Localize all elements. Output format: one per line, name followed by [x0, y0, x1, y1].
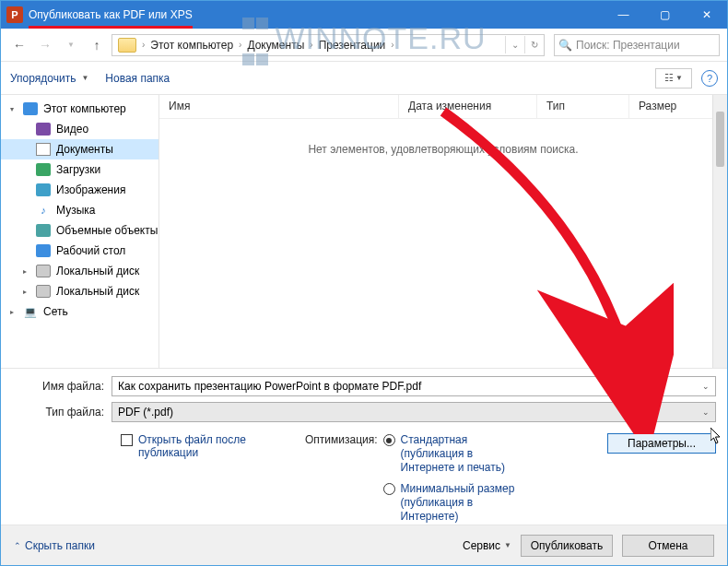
breadcrumb[interactable]: › Этот компьютер› Документы› Презентации…: [112, 34, 545, 56]
save-form: Имя файла: Как сохранить презентацию Pow…: [1, 368, 727, 529]
titlebar: P Опубликовать как PDF или XPS ― ▢ ✕: [1, 1, 727, 29]
navigation-tree: Этот компьютерВидеоДокументыЗагрузкиИзоб…: [1, 95, 159, 368]
radio-minimal-label: Минимальный размер (публикация в Интерне…: [401, 482, 530, 524]
radio-standard-label: Стандартная (публикация в Интернете и пе…: [401, 433, 511, 475]
empty-message: Нет элементов, удовлетворяющих условиям …: [159, 143, 727, 156]
new-folder-button[interactable]: Новая папка: [105, 72, 170, 85]
view-mode-button[interactable]: ☷ ▼: [655, 68, 692, 88]
tree-item-label: Видео: [56, 123, 88, 136]
file-list-pane: Имя Дата изменения Тип Размер Нет элемен…: [159, 95, 727, 368]
window-title: Опубликовать как PDF или XPS: [29, 8, 603, 21]
tree-item-label: Локальный диск: [56, 285, 139, 298]
checkbox-icon: [121, 434, 133, 446]
tree-item-2[interactable]: Документы: [1, 139, 159, 159]
refresh-button[interactable]: ↻: [524, 36, 544, 53]
crumb-pc[interactable]: Этот компьютер: [147, 39, 237, 52]
toolbar: Упорядочить▼ Новая папка ☷ ▼ ?: [1, 62, 727, 95]
down-icon: [36, 163, 51, 176]
close-button[interactable]: ✕: [686, 1, 727, 29]
tree-item-1[interactable]: Видео: [1, 119, 159, 139]
optimization-label: Оптимизация:: [305, 433, 378, 524]
tree-item-label: Музыка: [56, 204, 95, 217]
forward-button[interactable]: →: [34, 34, 56, 56]
tree-item-label: Локальный диск: [56, 265, 139, 277]
chevron-up-icon: ⌃: [14, 541, 21, 550]
disk-icon: [36, 285, 51, 298]
navigation-bar: ← → ▼ ↑ › Этот компьютер› Документы› Пре…: [1, 29, 727, 62]
tree-item-label: Изображения: [56, 183, 125, 196]
tree-item-7[interactable]: Рабочий стол: [1, 241, 159, 261]
tools-menu[interactable]: Сервис ▼: [463, 539, 511, 552]
tree-item-label: Документы: [56, 143, 113, 156]
desk-icon: [36, 244, 51, 257]
video-icon: [36, 123, 51, 136]
music-icon: ♪: [36, 204, 51, 217]
maximize-button[interactable]: ▢: [644, 1, 686, 29]
footer: ⌃ Скрыть папки Сервис ▼ Опубликовать Отм…: [1, 525, 727, 565]
tree-item-label: Рабочий стол: [56, 244, 125, 257]
column-modified[interactable]: Дата изменения: [399, 95, 537, 118]
filetype-label: Тип файла:: [12, 406, 112, 419]
powerpoint-icon: P: [6, 6, 23, 23]
column-headers: Имя Дата изменения Тип Размер: [159, 95, 727, 119]
tree-item-8[interactable]: Локальный диск: [1, 261, 159, 281]
help-icon[interactable]: ?: [701, 70, 718, 87]
tree-item-4[interactable]: Изображения: [1, 180, 159, 200]
scrollbar-vertical[interactable]: [712, 95, 727, 368]
radio-icon: [383, 483, 395, 495]
tree-item-5[interactable]: ♪Музыка: [1, 200, 159, 220]
tree-item-6[interactable]: Объемные объекты: [1, 220, 159, 241]
img-icon: [36, 183, 51, 196]
tree-item-9[interactable]: Локальный диск: [1, 281, 159, 301]
crumb-presentations[interactable]: Презентации: [315, 39, 390, 52]
radio-minimal[interactable]: Минимальный размер (публикация в Интерне…: [383, 482, 530, 524]
filetype-select[interactable]: PDF (*.pdf)⌄: [112, 402, 716, 422]
pc-icon: [23, 102, 38, 115]
up-button[interactable]: ↑: [86, 34, 108, 56]
organize-menu[interactable]: Упорядочить▼: [10, 72, 88, 85]
open-after-checkbox[interactable]: Открыть файл после публикации: [121, 433, 287, 524]
minimize-button[interactable]: ―: [603, 1, 644, 29]
crumb-documents[interactable]: Документы: [243, 39, 308, 52]
parameters-button[interactable]: Параметры...: [607, 433, 716, 454]
hide-folders-link[interactable]: ⌃ Скрыть папки: [14, 539, 95, 552]
history-dropdown[interactable]: ▼: [60, 34, 82, 56]
column-type[interactable]: Тип: [537, 95, 629, 118]
tree-item-10[interactable]: 💻Сеть: [1, 301, 159, 322]
filename-label: Имя файла:: [12, 380, 112, 393]
folder-icon: [118, 38, 136, 53]
tree-item-3[interactable]: Загрузки: [1, 159, 159, 180]
doc-icon: [36, 143, 51, 156]
disk-icon: [36, 265, 51, 277]
tree-item-label: Загрузки: [56, 163, 100, 176]
publish-button[interactable]: Опубликовать: [521, 535, 613, 557]
3d-icon: [36, 224, 51, 237]
radio-standard[interactable]: Стандартная (публикация в Интернете и пе…: [383, 433, 530, 475]
net-icon: 💻: [23, 305, 38, 318]
filename-input[interactable]: Как сохранить презентацию PowerPoint в ф…: [112, 376, 716, 396]
search-input[interactable]: 🔍 Поиск: Презентации: [554, 34, 720, 56]
tree-item-label: Объемные объекты: [56, 224, 158, 237]
cancel-button[interactable]: Отмена: [622, 535, 714, 557]
radio-icon: [383, 434, 395, 446]
open-after-label: Открыть файл после публикации: [138, 433, 287, 459]
back-button[interactable]: ←: [8, 34, 30, 56]
search-placeholder: Поиск: Презентации: [576, 39, 680, 52]
column-name[interactable]: Имя: [159, 95, 399, 118]
tree-item-label: Этот компьютер: [43, 102, 126, 115]
tree-item-label: Сеть: [43, 305, 68, 318]
search-icon: 🔍: [558, 39, 572, 52]
breadcrumb-dropdown[interactable]: ⌄: [505, 36, 524, 53]
tree-item-0[interactable]: Этот компьютер: [1, 99, 159, 119]
